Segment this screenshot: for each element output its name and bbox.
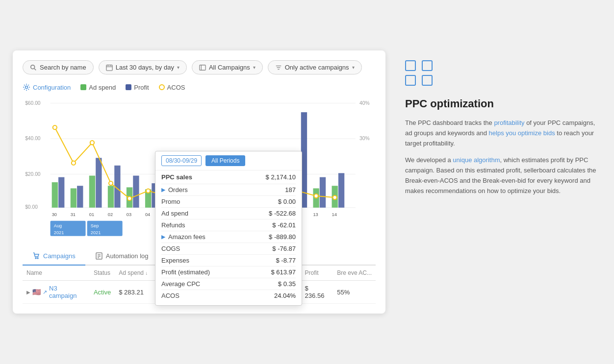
- svg-text:13: 13: [313, 212, 318, 217]
- status-cell: Active: [90, 281, 115, 304]
- search-button[interactable]: Search by name: [23, 60, 94, 74]
- tooltip-profit-estimated-label: Profit (estimated): [161, 268, 210, 276]
- campaigns-icon: [199, 64, 206, 71]
- svg-point-93: [37, 258, 38, 259]
- tooltip-promo-row: Promo $ 0.00: [161, 196, 296, 208]
- svg-text:Aug: Aug: [54, 223, 62, 228]
- svg-text:40%: 40%: [359, 100, 370, 106]
- ad-spend-cell: $ 283.21: [115, 281, 152, 304]
- tooltip-expenses-label: Expenses: [161, 257, 189, 264]
- tooltip-orders-label: ▶ Orders: [161, 186, 188, 194]
- svg-text:2021: 2021: [91, 230, 101, 235]
- campaign-name-cell[interactable]: ▶ 🇺🇸 ↗ N3 campaign: [23, 281, 90, 304]
- active-campaigns-label: Only active campaigns: [285, 64, 349, 71]
- svg-text:04: 04: [145, 212, 150, 217]
- tooltip-amazon-fees-row: ▶ Amazon fees $ -889.80: [161, 231, 296, 243]
- status-badge: Active: [94, 289, 111, 296]
- tooltip-refunds-row: Refunds $ -62.01: [161, 219, 296, 231]
- svg-text:30%: 30%: [359, 136, 370, 141]
- search-placeholder: Search by name: [40, 64, 86, 71]
- toolbar: Search by name Last 30 days, by day ▾ Al…: [23, 60, 376, 74]
- tooltip-adspend-value: $ -522.68: [269, 210, 296, 217]
- svg-rect-25: [77, 186, 83, 208]
- tooltip-orders-row: ▶ Orders 187: [161, 184, 296, 196]
- ppc-icon-grid: [405, 60, 435, 86]
- cart-icon: [32, 252, 40, 260]
- tooltip-acos-value: 24.04%: [274, 292, 296, 299]
- date-range-label: Last 30 days, by day: [116, 64, 174, 71]
- main-card: Search by name Last 30 days, by day ▾ Al…: [13, 50, 385, 314]
- tooltip-profit-estimated-row: Profit (estimated) $ 613.97: [161, 267, 296, 278]
- svg-point-0: [31, 65, 35, 69]
- ad-spend-color: [80, 84, 86, 90]
- tab-campaigns-label: Campaigns: [43, 252, 76, 260]
- col-name[interactable]: Name: [23, 266, 90, 281]
- filter-icon: [275, 64, 282, 71]
- campaigns-filter-button[interactable]: All Campaigns ▾: [192, 60, 263, 74]
- orders-arrow-icon: ▶: [161, 187, 165, 193]
- col-bre[interactable]: Bre eve AC...: [333, 266, 376, 281]
- tooltip-ppc-sales-label: PPC sales: [161, 173, 192, 181]
- chevron-down-icon: ▾: [253, 65, 256, 70]
- svg-text:14: 14: [332, 212, 337, 217]
- col-status[interactable]: Status: [90, 266, 115, 281]
- svg-text:2021: 2021: [54, 230, 64, 235]
- campaign-name[interactable]: ▶ 🇺🇸 ↗ N3 campaign: [26, 285, 86, 299]
- svg-line-1: [34, 68, 36, 70]
- svg-point-56: [90, 141, 94, 145]
- tooltip-refunds-label: Refunds: [161, 221, 185, 229]
- tooltip-cogs-row: COGS $ -76.87: [161, 243, 296, 255]
- tooltip-acos-row: ACOS 24.04%: [161, 290, 296, 301]
- legend-ad-spend: Ad spend: [80, 84, 116, 91]
- chart-header: Configuration Ad spend Profit ACOS: [23, 83, 376, 91]
- active-campaigns-button[interactable]: Only active campaigns ▾: [268, 60, 362, 74]
- tooltip-promo-value: $ 0.00: [278, 198, 296, 205]
- tab-campaigns[interactable]: Campaigns: [23, 247, 85, 266]
- svg-rect-28: [108, 186, 114, 208]
- tooltip-all-periods-button[interactable]: All Periods: [205, 155, 245, 166]
- expand-icon[interactable]: ▶: [26, 290, 30, 295]
- right-panel-para-1: The PPC dashboard tracks the profitabili…: [405, 118, 601, 148]
- campaigns-label: All Campaigns: [209, 64, 250, 71]
- tooltip-acos-label: ACOS: [161, 292, 179, 299]
- svg-text:$0.00: $0.00: [25, 204, 38, 210]
- tooltip-date-button[interactable]: 08/30-09/29: [161, 155, 202, 166]
- tooltip-orders-value: 187: [285, 186, 296, 194]
- svg-rect-31: [133, 176, 139, 208]
- tooltip-adspend-row: Ad spend $ -522.68: [161, 208, 296, 219]
- legend-acos: ACOS: [159, 84, 185, 91]
- tooltip-avg-cpc-row: Average CPC $ 0.35: [161, 278, 296, 290]
- right-panel-title: PPC optimization: [405, 97, 601, 110]
- tab-automation-log[interactable]: Automation log: [85, 247, 158, 266]
- right-panel: PPC optimization The PPC dashboard track…: [405, 50, 601, 203]
- tooltip-expenses-row: Expenses $ -8.77: [161, 255, 296, 267]
- svg-point-11: [26, 86, 28, 89]
- svg-rect-22: [52, 182, 58, 208]
- svg-text:$20.00: $20.00: [25, 171, 41, 177]
- svg-text:$40.00: $40.00: [25, 136, 41, 141]
- svg-rect-26: [89, 176, 95, 208]
- calendar-icon: [106, 64, 113, 71]
- svg-rect-53: [338, 173, 344, 207]
- page-wrapper: Search by name Last 30 days, by day ▾ Al…: [13, 50, 601, 314]
- configuration-button[interactable]: Configuration: [23, 83, 71, 91]
- date-range-button[interactable]: Last 30 days, by day ▾: [99, 60, 187, 74]
- grid-icon-3: [405, 75, 416, 86]
- tooltip-expenses-value: $ -8.77: [276, 257, 296, 264]
- chevron-down-icon: ▾: [352, 65, 355, 70]
- tab-automation-log-label: Automation log: [106, 252, 149, 260]
- profit-cell: $ 236.56: [301, 281, 333, 304]
- svg-point-69: [333, 195, 337, 199]
- col-profit[interactable]: Profit: [301, 266, 333, 281]
- grid-icon-2: [422, 60, 433, 71]
- col-adspend[interactable]: Ad spend ↓: [115, 266, 152, 281]
- config-label: Configuration: [33, 84, 71, 91]
- svg-rect-6: [200, 65, 205, 70]
- tooltip-header: 08/30-09/29 All Periods: [155, 151, 302, 170]
- tooltip-body: PPC sales $ 2,174.10 ▶ Orders 187 Promo …: [155, 170, 302, 305]
- tooltip-ppc-sales-row: PPC sales $ 2,174.10: [161, 170, 296, 184]
- tooltip-amazon-fees-value: $ -889.80: [269, 233, 296, 241]
- svg-point-68: [314, 194, 318, 198]
- tooltip-cogs-value: $ -76.87: [272, 245, 296, 252]
- tooltip-avg-cpc-label: Average CPC: [161, 280, 200, 288]
